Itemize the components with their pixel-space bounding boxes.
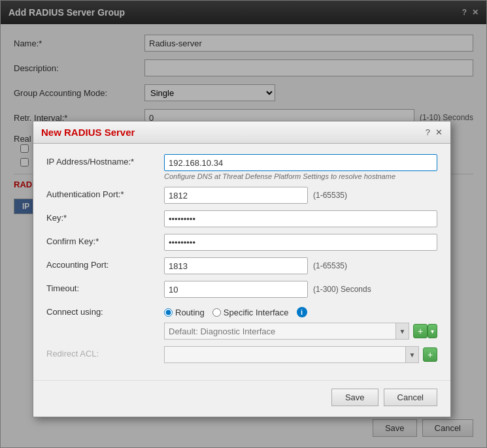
auth-port-input[interactable] bbox=[164, 187, 308, 204]
ip-address-hint: Configure DNS at Threat Defense Platform… bbox=[164, 172, 437, 180]
accounting-port-with-suffix: (1-65535) bbox=[164, 257, 437, 274]
modal-help-icon[interactable]: ? bbox=[426, 127, 430, 137]
redirect-acl-dropdown-arrow[interactable]: ▼ bbox=[406, 346, 419, 363]
redirect-acl-inner: ▼ + bbox=[164, 346, 437, 363]
auth-port-with-suffix: (1-65535) bbox=[164, 187, 437, 204]
timeout-label: Timeout: bbox=[46, 281, 164, 293]
timeout-field-wrap: (1-300) Seconds bbox=[164, 281, 437, 298]
accounting-port-label: Accounting Port: bbox=[46, 257, 164, 270]
auth-port-label: Authentication Port:* bbox=[46, 187, 164, 199]
accounting-port-row: Accounting Port: (1-65535) bbox=[46, 257, 437, 274]
confirm-key-field-wrap bbox=[164, 234, 437, 251]
ip-address-field-wrap: Configure DNS at Threat Defense Platform… bbox=[164, 154, 437, 180]
modal-content: IP Address/Hostname:* Configure DNS at T… bbox=[33, 144, 450, 380]
confirm-key-row: Confirm Key:* bbox=[46, 234, 437, 251]
key-row: Key:* bbox=[46, 210, 437, 227]
connect-using-radio-group: Routing Specific Interface i bbox=[164, 304, 437, 317]
modal-titlebar: New RADIUS Server ? ✕ bbox=[33, 121, 450, 144]
redirect-acl-input[interactable] bbox=[164, 346, 406, 363]
routing-label: Routing bbox=[175, 308, 205, 317]
key-input[interactable] bbox=[164, 210, 437, 227]
interface-select-wrap: ▼ bbox=[164, 323, 409, 340]
interface-dropdown-arrow[interactable]: ▼ bbox=[396, 323, 409, 340]
modal-cancel-button[interactable]: Cancel bbox=[384, 389, 437, 406]
ip-address-input[interactable] bbox=[164, 154, 437, 171]
confirm-key-input[interactable] bbox=[164, 234, 437, 251]
confirm-key-label: Confirm Key:* bbox=[46, 234, 164, 246]
redirect-acl-add-button[interactable]: + bbox=[423, 347, 437, 362]
auth-port-field-wrap: (1-65535) bbox=[164, 187, 437, 204]
redirect-acl-row: Redirect ACL: ▼ + bbox=[46, 346, 437, 363]
modal-title: New RADIUS Server bbox=[41, 127, 135, 138]
interface-row: ▼ + ▾ bbox=[164, 323, 437, 340]
new-radius-server-dialog: New RADIUS Server ? ✕ IP Address/Hostnam… bbox=[33, 121, 451, 417]
timeout-row: Timeout: (1-300) Seconds bbox=[46, 281, 437, 298]
auth-port-suffix: (1-65535) bbox=[313, 191, 347, 200]
modal-footer: Save Cancel bbox=[33, 380, 450, 417]
routing-radio[interactable] bbox=[164, 308, 173, 317]
auth-port-row: Authentication Port:* (1-65535) bbox=[46, 187, 437, 204]
specific-interface-radio-label[interactable]: Specific Interface bbox=[212, 308, 289, 317]
redirect-acl-field-wrap: ▼ + bbox=[164, 346, 437, 363]
key-field-wrap bbox=[164, 210, 437, 227]
connect-using-field-wrap: Routing Specific Interface i ▼ + bbox=[164, 304, 437, 340]
modal-save-button[interactable]: Save bbox=[331, 389, 378, 406]
connect-using-label: Connect using: bbox=[46, 304, 164, 317]
accounting-port-input[interactable] bbox=[164, 257, 308, 274]
accounting-port-suffix: (1-65535) bbox=[313, 261, 347, 270]
interface-add-button[interactable]: + bbox=[413, 324, 428, 338]
modal-controls: ? ✕ bbox=[426, 127, 443, 137]
info-icon[interactable]: i bbox=[297, 307, 307, 317]
redirect-acl-select-wrap: ▼ bbox=[164, 346, 419, 363]
specific-interface-label: Specific Interface bbox=[224, 308, 289, 317]
accounting-port-field-wrap: (1-65535) bbox=[164, 257, 437, 274]
interface-add-arrow-button[interactable]: ▾ bbox=[428, 324, 437, 338]
timeout-with-suffix: (1-300) Seconds bbox=[164, 281, 437, 298]
ip-address-label: IP Address/Hostname:* bbox=[46, 154, 164, 167]
specific-interface-radio[interactable] bbox=[212, 308, 221, 317]
key-label: Key:* bbox=[46, 210, 164, 223]
modal-close-icon[interactable]: ✕ bbox=[435, 127, 443, 137]
routing-radio-label[interactable]: Routing bbox=[164, 308, 205, 317]
connect-using-row: Connect using: Routing Specific Interfac… bbox=[46, 304, 437, 340]
redirect-acl-label: Redirect ACL: bbox=[46, 346, 164, 359]
interface-add-buttons: + ▾ bbox=[413, 324, 437, 338]
interface-input[interactable] bbox=[164, 323, 396, 340]
ip-address-row: IP Address/Hostname:* Configure DNS at T… bbox=[46, 154, 437, 180]
timeout-input[interactable] bbox=[164, 281, 308, 298]
timeout-suffix: (1-300) Seconds bbox=[313, 285, 371, 294]
